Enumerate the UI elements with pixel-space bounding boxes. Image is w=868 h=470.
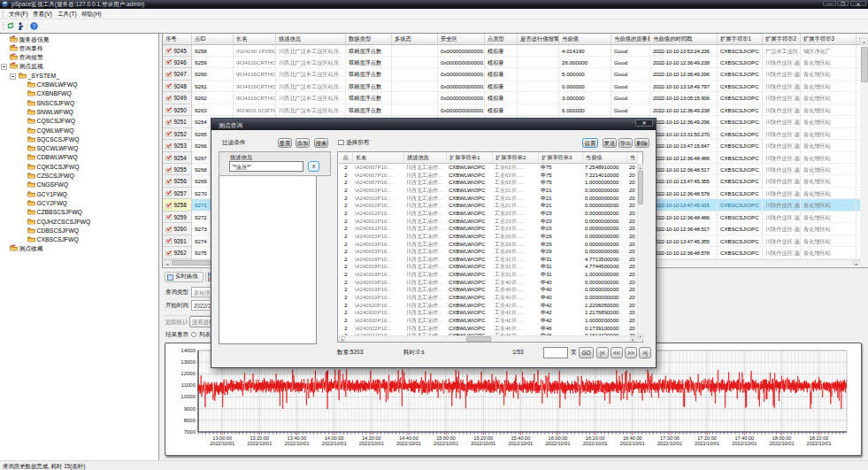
svg-text:?: ? <box>33 22 36 28</box>
